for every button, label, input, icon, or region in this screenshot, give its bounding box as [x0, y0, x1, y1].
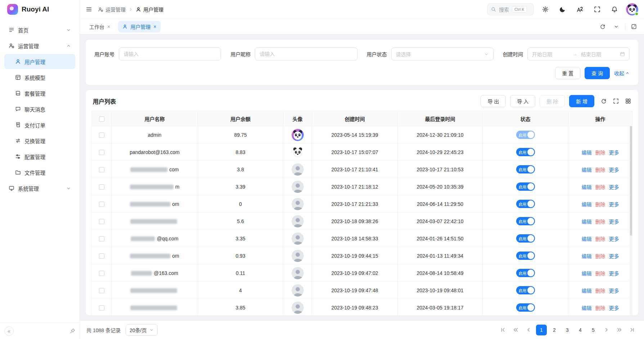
sidebar-item-order[interactable]: 支付订单	[4, 117, 75, 132]
edit-link[interactable]: 编辑	[582, 184, 592, 190]
delete-link[interactable]: 删除	[595, 271, 605, 276]
tab-user-management[interactable]: 用户管理 ×	[118, 21, 161, 32]
pagination-next-button[interactable]	[601, 325, 612, 335]
sidebar-item-chat[interactable]: 聊天消息	[4, 101, 75, 117]
pagination-page-2[interactable]: 2	[549, 325, 560, 335]
more-link[interactable]: 更多	[609, 219, 619, 225]
edit-link[interactable]: 编辑	[582, 219, 592, 225]
status-toggle[interactable]: 启用	[516, 217, 535, 225]
nickname-input[interactable]	[260, 51, 352, 57]
more-link[interactable]: 更多	[609, 202, 619, 207]
delete-link[interactable]: 删除	[595, 219, 605, 225]
delete-link[interactable]: 删除	[595, 167, 605, 173]
sidebar-item-file[interactable]: 文件管理	[4, 165, 75, 180]
row-checkbox[interactable]	[99, 167, 104, 172]
chevron-down-icon[interactable]	[611, 22, 621, 32]
more-link[interactable]: 更多	[609, 184, 619, 190]
edit-link[interactable]: 编辑	[582, 167, 592, 173]
row-checkbox[interactable]	[99, 305, 104, 311]
edit-link[interactable]: 编辑	[582, 253, 592, 259]
add-button[interactable]: 新 增	[569, 95, 594, 107]
hamburger-menu-icon[interactable]	[86, 6, 92, 13]
refresh-icon[interactable]	[598, 22, 608, 32]
sidebar-collapse-button[interactable]: «	[4, 326, 14, 336]
more-link[interactable]: 更多	[609, 253, 619, 259]
page-size-select[interactable]: 20条/页	[126, 324, 158, 336]
sidebar-item-home[interactable]: 首页	[4, 22, 75, 37]
status-select[interactable]: 请选择	[391, 48, 494, 60]
user-avatar[interactable]	[626, 3, 638, 15]
sidebar-item-package[interactable]: 套餐管理	[4, 86, 75, 101]
table-fullscreen-icon[interactable]	[613, 98, 619, 104]
status-toggle[interactable]: 启用	[516, 131, 535, 139]
fullscreen-icon[interactable]	[591, 4, 603, 15]
pagination-page-3[interactable]: 3	[562, 325, 573, 335]
column-settings-grid-icon[interactable]	[625, 98, 631, 104]
breadcrumb-item-ops[interactable]: 运营管理	[98, 6, 126, 13]
pagination-last-button[interactable]	[627, 325, 638, 335]
scrollbar-thumb[interactable]	[630, 126, 632, 236]
status-toggle[interactable]: 启用	[516, 148, 535, 156]
export-button[interactable]: 导 出	[481, 95, 506, 107]
collapse-filter-link[interactable]: 收起	[614, 69, 630, 77]
select-all-checkbox[interactable]	[99, 116, 104, 122]
query-button[interactable]: 查 询	[585, 67, 610, 79]
delete-button[interactable]: 删 除	[540, 95, 565, 107]
sidebar-item-system[interactable]: 系统管理	[4, 181, 75, 196]
pagination-jump-forward-button[interactable]	[614, 325, 625, 335]
breadcrumb-item-users[interactable]: 用户管理	[136, 6, 163, 13]
close-icon[interactable]: ×	[107, 24, 110, 29]
edit-link[interactable]: 编辑	[582, 288, 592, 294]
more-link[interactable]: 更多	[609, 167, 619, 173]
status-toggle[interactable]: 启用	[516, 234, 535, 243]
sidebar-item-user[interactable]: 用户管理	[4, 54, 75, 69]
row-checkbox[interactable]	[99, 150, 104, 155]
sidebar-item-exchange[interactable]: 兑换管理	[4, 133, 75, 148]
status-toggle[interactable]: 启用	[516, 303, 535, 312]
more-link[interactable]: 更多	[609, 236, 619, 242]
status-toggle[interactable]: 启用	[516, 252, 535, 260]
dark-mode-moon-icon[interactable]	[557, 4, 568, 15]
more-link[interactable]: 更多	[609, 305, 619, 311]
pin-icon[interactable]	[70, 328, 75, 334]
edit-link[interactable]: 编辑	[582, 305, 592, 311]
status-toggle[interactable]: 启用	[516, 286, 535, 294]
delete-link[interactable]: 删除	[595, 236, 605, 242]
row-checkbox[interactable]	[99, 202, 104, 207]
sidebar-item-model[interactable]: 系统模型	[4, 70, 75, 85]
delete-link[interactable]: 删除	[595, 253, 605, 259]
row-checkbox[interactable]	[99, 236, 104, 241]
edit-link[interactable]: 编辑	[582, 150, 592, 155]
row-checkbox[interactable]	[99, 219, 104, 224]
pagination-page-5[interactable]: 5	[588, 325, 599, 335]
row-checkbox[interactable]	[99, 271, 104, 276]
status-toggle[interactable]: 启用	[516, 200, 535, 208]
global-search-input[interactable]: 搜索 Ctrl K	[487, 3, 534, 15]
pagination-page-1[interactable]: 1	[536, 325, 547, 335]
delete-link[interactable]: 删除	[595, 288, 605, 294]
row-checkbox[interactable]	[99, 132, 104, 138]
import-button[interactable]: 导 入	[510, 95, 535, 107]
more-link[interactable]: 更多	[609, 271, 619, 276]
row-checkbox[interactable]	[99, 253, 104, 259]
pagination-jump-back-button[interactable]	[510, 325, 521, 335]
refresh-icon[interactable]	[601, 98, 607, 104]
content-fullscreen-icon[interactable]	[629, 22, 639, 32]
pagination-first-button[interactable]	[497, 325, 508, 335]
reset-button[interactable]: 重 置	[555, 67, 580, 79]
close-icon[interactable]: ×	[153, 24, 156, 29]
account-input[interactable]	[123, 51, 216, 57]
translate-icon[interactable]	[574, 4, 586, 15]
edit-link[interactable]: 编辑	[582, 236, 592, 242]
delete-link[interactable]: 删除	[595, 150, 605, 155]
delete-link[interactable]: 删除	[595, 184, 605, 190]
row-checkbox[interactable]	[99, 184, 104, 190]
notification-bell-icon[interactable]	[609, 4, 620, 15]
sidebar-item-config[interactable]: 配置管理	[4, 149, 75, 164]
gear-icon[interactable]	[540, 4, 551, 15]
status-toggle[interactable]: 启用	[516, 269, 535, 277]
pagination-prev-button[interactable]	[523, 325, 534, 335]
row-checkbox[interactable]	[99, 288, 104, 293]
sidebar-item-ops[interactable]: 运营管理	[4, 38, 75, 53]
more-link[interactable]: 更多	[609, 150, 619, 155]
